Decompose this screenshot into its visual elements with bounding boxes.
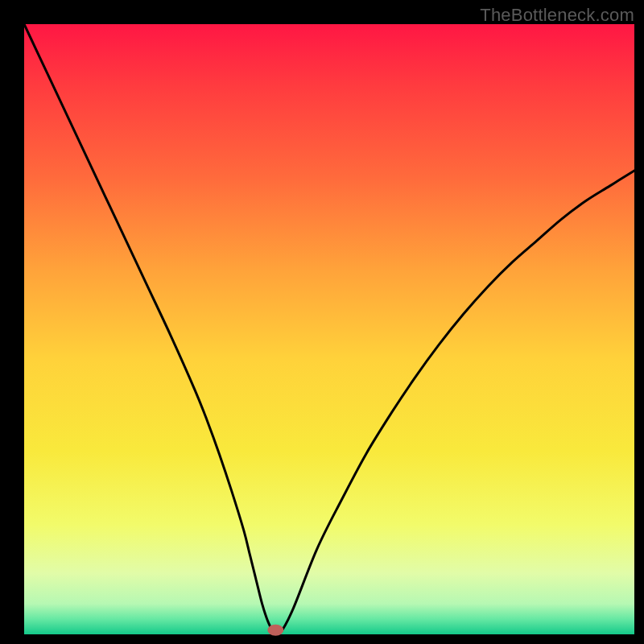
bottleneck-chart [0,0,644,644]
chart-container [0,0,644,644]
watermark-text: TheBottleneck.com [480,5,634,26]
plot-background [24,24,634,634]
minimum-marker [267,625,283,636]
